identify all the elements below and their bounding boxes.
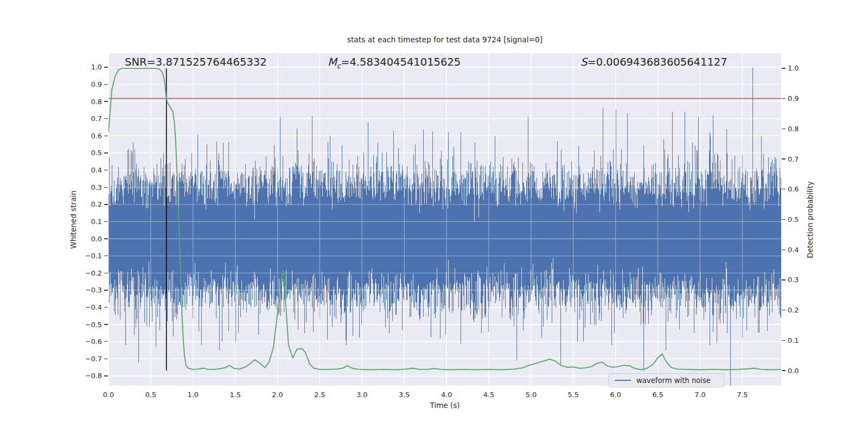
y-right-tick-mark [782, 219, 786, 220]
x-tick-label: 6.5 [642, 390, 674, 399]
y-axis-label-right: Detection probability [806, 138, 816, 301]
x-tick-label: 6.0 [599, 390, 632, 399]
x-tick-label: 4.5 [473, 390, 505, 399]
y-left-tick-label: −0.7 [69, 354, 102, 363]
y-left-tick-mark [104, 67, 108, 67]
x-tick-label: 0.5 [135, 390, 167, 399]
chart-canvas [108, 53, 781, 386]
figure: stats at each timestep for test data 972… [0, 0, 868, 434]
x-tick-label: 7.5 [726, 390, 758, 399]
x-tick-label: 5.0 [515, 390, 547, 399]
y-right-tick-label: 0.8 [788, 124, 820, 133]
y-left-tick-label: −0.8 [69, 371, 102, 380]
legend-waveform-label: waveform with noise [636, 376, 711, 385]
y-right-tick-mark [782, 129, 786, 129]
snr-text: SNR=3.871525764465332 [125, 56, 267, 68]
y-left-tick-label: 0.9 [69, 80, 102, 89]
legend: waveform with noise [609, 373, 724, 387]
y-left-tick-label: 0.7 [69, 114, 102, 123]
y-left-tick-label: −0.6 [69, 337, 102, 346]
legend-waveform-line-swatch [615, 380, 631, 381]
y-right-tick-label: 0.1 [788, 336, 820, 345]
y-left-tick-mark [104, 324, 108, 324]
y-left-tick-mark [104, 273, 108, 273]
y-left-tick-mark [104, 84, 108, 85]
y-right-tick-mark [782, 279, 786, 280]
y-left-tick-mark [104, 187, 108, 188]
y-left-tick-mark [104, 256, 108, 256]
annotation-significance: S=0.006943683605641127 [580, 56, 727, 68]
y-left-tick-label: 1.0 [69, 62, 102, 72]
plot-area [108, 53, 781, 386]
x-tick-label: 5.5 [557, 390, 590, 399]
y-right-tick-mark [782, 189, 786, 189]
annotation-snr: SNR=3.871525764465332 [125, 56, 267, 68]
y-right-tick-mark [782, 310, 786, 310]
y-right-tick-label: 0.0 [788, 366, 820, 375]
y-left-tick-mark [104, 221, 108, 222]
y-right-tick-mark [782, 250, 786, 250]
y-left-tick-mark [104, 307, 108, 308]
y-left-tick-label: −0.4 [69, 303, 102, 312]
y-left-tick-mark [104, 152, 108, 153]
y-left-tick-mark [104, 375, 108, 376]
y-left-tick-mark [104, 290, 108, 290]
y-axis-label-left: Whitened strain [69, 138, 80, 301]
y-right-tick-mark [782, 370, 786, 371]
significance-symbol: S [580, 56, 587, 68]
y-right-tick-mark [782, 158, 786, 159]
x-tick-label: 2.5 [303, 390, 336, 399]
y-right-tick-label: 1.0 [788, 63, 820, 73]
y-right-tick-mark [782, 68, 786, 68]
y-right-tick-mark [782, 98, 786, 99]
x-tick-label: 1.5 [219, 390, 252, 399]
y-left-tick-mark [104, 170, 108, 170]
x-tick-label: 0.0 [92, 390, 125, 399]
x-tick-label: 3.5 [388, 390, 420, 399]
y-left-tick-mark [104, 204, 108, 205]
y-left-tick-mark [104, 359, 108, 359]
x-tick-label: 3.0 [346, 390, 378, 399]
x-tick-label: 2.0 [261, 390, 294, 399]
x-tick-label: 7.0 [684, 390, 716, 399]
y-right-tick-label: 0.9 [788, 94, 820, 103]
y-left-tick-mark [104, 341, 108, 342]
x-tick-label: 4.0 [430, 390, 463, 399]
y-left-tick-mark [104, 118, 108, 119]
plot-title: stats at each timestep for test data 972… [108, 35, 781, 44]
y-left-tick-label: 0.8 [69, 97, 102, 106]
y-left-tick-mark [104, 101, 108, 101]
chirp-mass-value: =4.583404541015625 [341, 56, 461, 68]
x-axis-label: Time (s) [108, 401, 781, 410]
y-left-tick-mark [104, 238, 108, 239]
annotation-chirp-mass: Mc=4.583404541015625 [328, 56, 461, 70]
y-left-tick-mark [104, 136, 108, 136]
x-tick-label: 1.0 [177, 390, 209, 399]
significance-value: =0.006943683605641127 [587, 56, 727, 68]
y-left-tick-label: −0.5 [69, 320, 102, 329]
chirp-mass-symbol: M [328, 56, 337, 68]
y-right-tick-mark [782, 340, 786, 341]
y-right-tick-label: 0.2 [788, 305, 820, 315]
